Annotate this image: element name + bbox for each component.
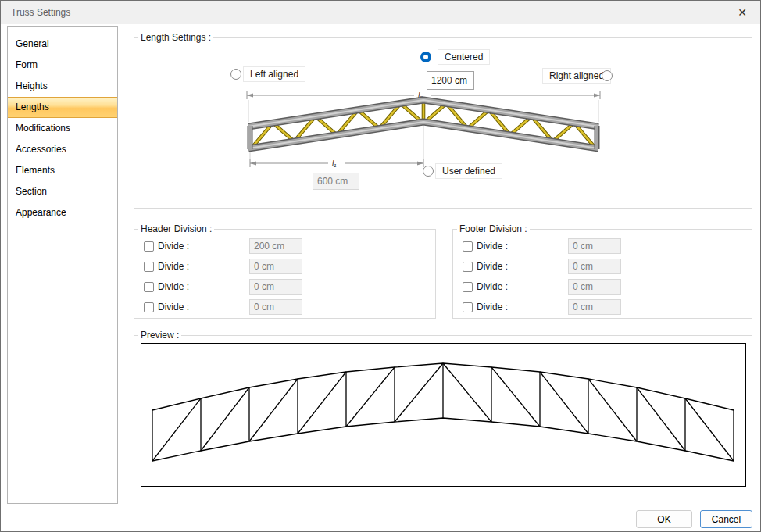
truss-web-members	[252, 101, 595, 148]
centered-radio[interactable]	[420, 52, 431, 62]
sidebar-item-heights[interactable]: Heights	[8, 76, 117, 97]
right-aligned-radio-label[interactable]: Right aligned	[542, 68, 611, 84]
dim-arrow-center	[417, 161, 423, 165]
divide-checkbox[interactable]	[144, 241, 154, 252]
dim-arrow-left	[247, 93, 253, 97]
sidebar-item-accessories[interactable]: Accessories	[8, 139, 117, 160]
right-aligned-radio[interactable]	[602, 70, 613, 81]
header-divide-input-1	[249, 238, 302, 254]
footer-divide-row-4: Divide :	[463, 299, 621, 315]
divide-checkbox[interactable]	[463, 302, 473, 312]
header-divide-row-3: Divide :	[144, 279, 302, 295]
centered-radio-label[interactable]: Centered	[438, 49, 490, 65]
preview-group-label: Preview :	[138, 330, 181, 341]
truss-settings-dialog: Truss Settings ✕ General Form Heights Le…	[0, 0, 761, 532]
divide-checkbox[interactable]	[144, 302, 154, 312]
preview-canvas	[141, 343, 746, 487]
dim-arrow-right	[594, 93, 600, 97]
header-divide-row-2: Divide :	[144, 259, 302, 274]
footer-divide-input-1	[568, 238, 621, 254]
dim-arrow-left-half	[250, 161, 256, 165]
truss-web-outline	[252, 101, 595, 148]
sidebar-item-appearance[interactable]: Appearance	[8, 202, 117, 223]
dim-label-l1: l₁	[332, 159, 336, 167]
divide-label: Divide :	[158, 261, 249, 272]
divide-checkbox[interactable]	[463, 282, 473, 292]
divide-checkbox[interactable]	[463, 241, 473, 252]
settings-nav: General Form Heights Lengths Modificatio…	[7, 26, 118, 504]
left-aligned-radio-label[interactable]: Left aligned	[243, 66, 305, 82]
left-aligned-radio[interactable]	[230, 69, 241, 80]
divide-label: Divide :	[477, 302, 568, 312]
cancel-button[interactable]: Cancel	[700, 510, 752, 528]
truss-chords	[248, 100, 598, 149]
user-defined-radio-label[interactable]: User defined	[435, 163, 502, 179]
footer-division-group-label: Footer Division :	[457, 223, 530, 234]
window-title: Truss Settings	[11, 7, 70, 18]
divide-label: Divide :	[158, 241, 249, 252]
divide-label: Divide :	[158, 302, 249, 312]
dim-label-l2: l₂	[418, 91, 423, 100]
divide-checkbox[interactable]	[463, 262, 473, 272]
preview-group: Preview :	[134, 335, 752, 491]
preview-truss-drawing	[141, 344, 745, 486]
footer-division-group: Footer Division : Divide : Divide : Divi…	[452, 229, 752, 319]
footer-divide-row-1: Divide :	[463, 238, 621, 254]
close-icon[interactable]: ✕	[724, 1, 760, 24]
header-divide-row-4: Divide :	[144, 299, 302, 315]
titlebar: Truss Settings	[1, 1, 760, 24]
total-length-input[interactable]	[427, 71, 474, 90]
divide-label: Divide :	[158, 281, 249, 292]
footer-divide-row-2: Divide :	[463, 259, 621, 274]
length-settings-group-label: Length Settings :	[138, 32, 213, 43]
header-divide-input-3	[249, 279, 302, 295]
footer-divide-input-3	[568, 279, 621, 295]
truss-length-diagram: l₂ l₁	[244, 89, 603, 167]
footer-divide-row-3: Divide :	[463, 279, 621, 295]
divide-checkbox[interactable]	[144, 282, 154, 292]
sidebar-item-general[interactable]: General	[8, 34, 117, 55]
divide-label: Divide :	[477, 241, 568, 252]
ok-button[interactable]: OK	[636, 510, 692, 528]
sidebar-item-section[interactable]: Section	[8, 181, 117, 202]
length-settings-group: Length Settings : Centered Left aligned …	[134, 37, 752, 209]
divide-label: Divide :	[477, 261, 568, 272]
header-divide-row-1: Divide :	[144, 238, 302, 254]
sidebar-item-form[interactable]: Form	[8, 55, 117, 76]
header-divide-input-4	[249, 299, 302, 315]
sidebar-item-lengths[interactable]: Lengths	[8, 97, 117, 118]
divide-checkbox[interactable]	[144, 262, 154, 272]
header-division-group-label: Header Division :	[138, 223, 214, 234]
header-division-group: Header Division : Divide : Divide : Divi…	[134, 229, 436, 319]
header-divide-input-2	[249, 259, 302, 274]
sidebar-item-modifications[interactable]: Modifications	[8, 118, 117, 139]
user-defined-radio[interactable]	[423, 166, 434, 177]
left-length-input	[313, 173, 359, 190]
sidebar-item-elements[interactable]: Elements	[8, 160, 117, 181]
footer-divide-input-4	[568, 299, 621, 315]
footer-divide-input-2	[568, 259, 621, 274]
divide-label: Divide :	[477, 281, 568, 292]
